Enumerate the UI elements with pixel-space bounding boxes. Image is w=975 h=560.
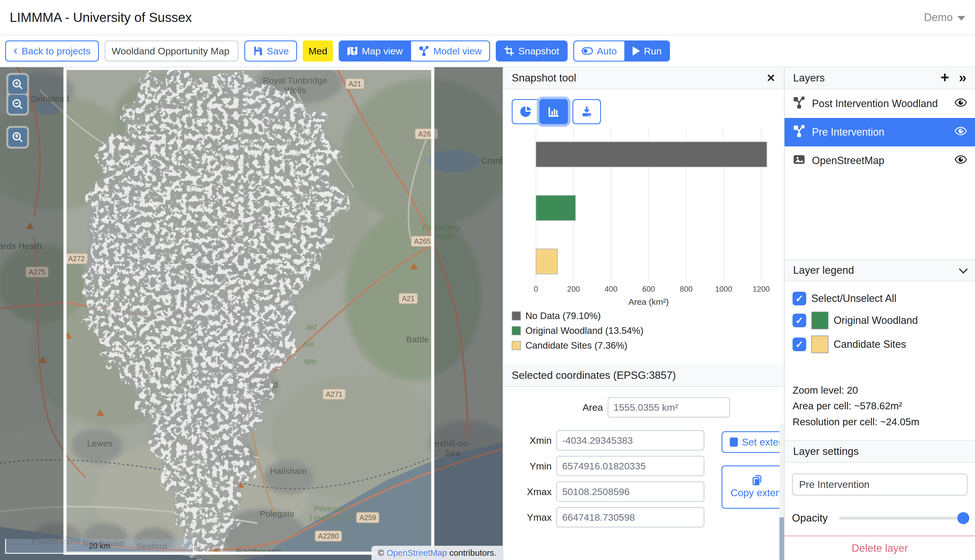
run-button[interactable]: Run — [624, 40, 670, 62]
bar-chart-button[interactable] — [539, 99, 568, 124]
panel-scrollbar[interactable] — [779, 423, 784, 560]
pie-chart-button[interactable] — [512, 99, 540, 124]
x-tick-label: 1200 — [753, 285, 770, 293]
page-title: LIMMMA - University of Sussex — [10, 10, 192, 25]
chart-legend-item: Candidate Sites (7.36%) — [512, 340, 776, 351]
chevron-down-icon[interactable] — [959, 265, 968, 273]
download-icon — [580, 105, 593, 118]
layers-title: Layers — [793, 72, 825, 84]
layer-visibility-toggle[interactable] — [955, 155, 967, 167]
eye-icon[interactable] — [955, 98, 967, 107]
toggle-icon — [582, 47, 593, 55]
attribution-suffix: contributors. — [447, 548, 496, 557]
download-chart-button[interactable] — [572, 99, 601, 124]
crop-icon — [504, 46, 514, 56]
zoom-to-extent-button[interactable] — [8, 128, 27, 147]
zoom-pin-icon — [12, 131, 23, 143]
map-view-label: Map view — [362, 45, 403, 57]
x-tick-label: 600 — [642, 285, 655, 293]
x-tick-label: 800 — [680, 285, 692, 293]
back-to-projects-button[interactable]: Back to projects — [5, 40, 99, 62]
zoom-out-button[interactable] — [8, 95, 27, 113]
layer-row-post-intervention-woodland[interactable]: Post Intervention Woodland — [784, 90, 975, 118]
layers-header: Layers — [784, 67, 975, 90]
scale-bar: 20 km — [5, 539, 194, 554]
project-name-input[interactable] — [105, 40, 239, 62]
collapse-panel-icon[interactable] — [959, 72, 967, 85]
snapshot-panel-header: Snapshot tool — [503, 67, 784, 90]
xmax-input[interactable] — [556, 482, 704, 502]
opacity-slider[interactable] — [839, 517, 968, 520]
legend-item-label: Original Woodland — [834, 315, 918, 327]
legend-item-row: Original Woodland — [793, 312, 967, 329]
area-bar-chart: 020040060080010001200Area (km²) — [512, 127, 776, 309]
delete-layer-button[interactable]: Delete layer — [851, 542, 908, 554]
legend-label: No Data (79.10%) — [525, 310, 601, 321]
model-layer-icon — [793, 96, 806, 112]
app-header: LIMMMA - University of Sussex Demo — [0, 0, 975, 35]
legend-swatch — [512, 341, 521, 350]
layer-list: Post Intervention WoodlandPre Interventi… — [784, 90, 975, 175]
layer-info: Zoom level: 20 Area per cell: ~578.62m² … — [784, 360, 975, 430]
legend-item-row: Candidate Sites — [793, 335, 967, 353]
layers-sidebar: Layers Post Intervention WoodlandPre Int… — [784, 67, 975, 560]
layer-legend-title: Layer legend — [793, 264, 854, 276]
coord-field-row: Xmin — [512, 430, 704, 451]
model-view-button[interactable]: Model view — [410, 40, 490, 62]
area-input[interactable] — [607, 397, 730, 418]
legend-label: Candidate Sites (7.36%) — [525, 340, 627, 351]
toolbar: Back to projects Save Med Map view Mo — [0, 35, 975, 67]
map-canvas[interactable]: East GrinsteadRoyal Tunbridge WellsCranb… — [0, 67, 503, 560]
layer-name-input[interactable] — [792, 473, 968, 496]
copyright-symbol: © — [378, 548, 384, 557]
eye-icon[interactable] — [955, 126, 967, 136]
run-group: Auto Run — [573, 40, 670, 62]
map-view-button[interactable]: Map view — [339, 40, 411, 62]
layer-name-label: Pre Intervention — [812, 126, 948, 138]
legend-item-label: Candidate Sites — [834, 338, 906, 350]
layer-legend-items: Select/Unselect AllOriginal WoodlandCand… — [784, 282, 975, 353]
user-menu[interactable]: Demo — [924, 12, 965, 23]
opacity-label: Opacity — [792, 512, 828, 524]
ymin-label: Ymin — [512, 461, 552, 472]
save-label: Save — [267, 45, 289, 57]
xmin-input[interactable] — [556, 430, 704, 451]
add-layer-icon[interactable] — [940, 72, 949, 85]
layer-visibility-toggle[interactable] — [955, 98, 967, 110]
zoom-in-button[interactable] — [8, 75, 27, 94]
x-tick-label: 200 — [567, 285, 580, 293]
set-extent-button[interactable]: Set extent — [722, 431, 784, 453]
copy-extent-button[interactable]: Copy extent — [722, 465, 784, 509]
chart-legend-item: Original Woodland (13.54%) — [512, 325, 776, 336]
user-menu-label: Demo — [924, 12, 953, 23]
area-label: Area — [563, 402, 603, 413]
bar-chart-icon — [547, 105, 560, 118]
area-per-cell-text: Area per cell: ~578.62m² — [793, 398, 967, 413]
x-tick-label: 400 — [605, 285, 617, 293]
openstreetmap-link[interactable]: OpenStreetMap — [386, 548, 447, 557]
back-label: Back to projects — [22, 45, 91, 57]
eye-icon[interactable] — [955, 155, 967, 164]
layer-settings-title: Layer settings — [793, 445, 859, 457]
legend-label: Original Woodland (13.54%) — [525, 325, 644, 336]
close-icon[interactable] — [766, 72, 776, 84]
opacity-slider-thumb[interactable] — [957, 512, 969, 524]
ymax-label: Ymax — [512, 512, 552, 523]
zoom-in-icon — [12, 78, 23, 90]
layer-row-openstreetmap[interactable]: OpenStreetMap — [784, 147, 975, 175]
coordinate-fields: XminYminXmaxYmax — [512, 430, 704, 533]
ymax-input[interactable] — [556, 507, 704, 528]
legend-item-checkbox[interactable] — [793, 313, 806, 327]
snapshot-button[interactable]: Snapshot — [496, 40, 568, 62]
select-all-checkbox[interactable] — [793, 292, 806, 305]
save-button[interactable]: Save — [244, 40, 297, 62]
chevron-down-icon — [957, 16, 965, 20]
layer-name-label: OpenStreetMap — [812, 155, 948, 167]
zoom-level-text: Zoom level: 20 — [793, 382, 967, 398]
auto-button[interactable]: Auto — [573, 40, 625, 62]
layer-row-pre-intervention[interactable]: Pre Intervention — [784, 118, 975, 147]
legend-item-checkbox[interactable] — [793, 338, 806, 351]
ymin-input[interactable] — [556, 456, 704, 476]
legend-swatch — [512, 311, 521, 320]
layer-visibility-toggle[interactable] — [955, 126, 967, 138]
